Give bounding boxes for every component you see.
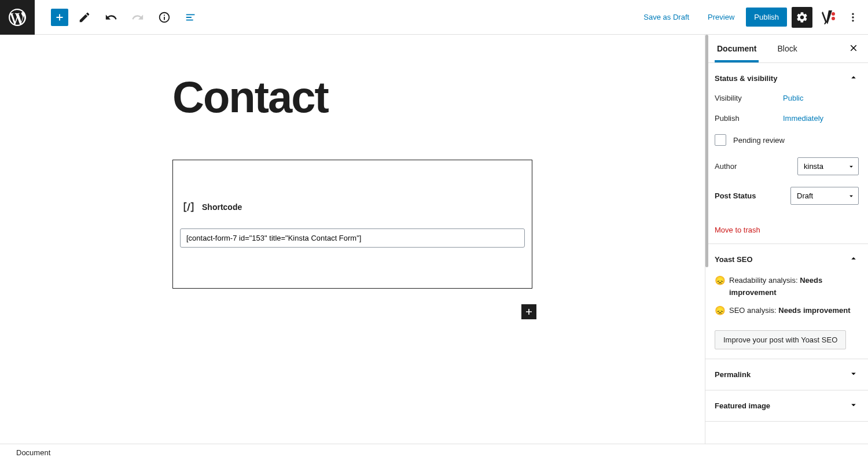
yoast-button[interactable]	[817, 7, 838, 28]
outline-icon	[185, 11, 197, 24]
sidebar-tabs: Document Block	[705, 35, 868, 62]
svg-point-4	[852, 20, 854, 21]
publish-value[interactable]: Immediately	[783, 114, 823, 123]
panel-status-visibility: Status & visibility Visibility Public Pu…	[705, 62, 868, 244]
outline-button[interactable]	[181, 7, 201, 28]
readability-analysis: Readability analysis: Needs improvement	[729, 275, 859, 299]
undo-button[interactable]	[101, 7, 122, 28]
add-block-after-button[interactable]	[521, 304, 536, 319]
chevron-down-icon	[848, 400, 859, 412]
settings-sidebar: Document Block Status & visibility Visib…	[705, 35, 868, 444]
settings-button[interactable]	[792, 7, 812, 28]
breadcrumb[interactable]: Document	[16, 448, 50, 457]
edit-mode-button[interactable]	[74, 7, 95, 28]
editor-canvas[interactable]: Contact Shortcode	[0, 35, 705, 444]
wordpress-logo-button[interactable]	[0, 0, 35, 35]
author-label: Author	[715, 162, 783, 171]
panel-status-header[interactable]: Status & visibility	[705, 63, 868, 94]
panel-featured-header[interactable]: Featured image	[705, 390, 868, 421]
info-button[interactable]	[154, 7, 175, 28]
save-draft-button[interactable]: Save as Draft	[637, 8, 696, 26]
publish-button[interactable]: Publish	[746, 8, 787, 27]
shortcode-input[interactable]	[180, 228, 525, 248]
move-to-trash-button[interactable]: Move to trash	[715, 226, 760, 234]
close-icon	[848, 43, 859, 53]
pending-review-checkbox[interactable]	[715, 134, 726, 146]
tab-block[interactable]: Block	[775, 35, 799, 62]
wordpress-logo-icon	[7, 7, 28, 28]
panel-yoast-header[interactable]: Yoast SEO	[705, 244, 868, 275]
undo-icon	[105, 11, 117, 24]
sad-face-icon: 😞	[715, 306, 726, 315]
visibility-label: Visibility	[715, 94, 783, 102]
visibility-value[interactable]: Public	[783, 94, 803, 102]
panel-permalink-header[interactable]: Permalink	[705, 359, 868, 390]
svg-point-2	[852, 13, 854, 14]
shortcode-block[interactable]: Shortcode	[172, 160, 532, 289]
pending-review-label: Pending review	[733, 136, 785, 145]
close-sidebar-button[interactable]	[848, 43, 859, 55]
gear-icon	[796, 11, 808, 24]
sidebar-scrollbar[interactable]	[705, 35, 708, 267]
block-label: Shortcode	[202, 202, 242, 212]
editor-topbar: Save as Draft Preview Publish	[0, 0, 868, 35]
post-status-label: Post Status	[715, 191, 783, 200]
preview-button[interactable]: Preview	[701, 8, 741, 26]
svg-point-0	[832, 12, 835, 16]
editor-footer: Document	[0, 444, 868, 461]
author-select[interactable]: kinsta	[797, 157, 859, 175]
info-icon	[158, 11, 171, 24]
toolbar-left	[35, 7, 201, 28]
sad-face-icon: 😞	[715, 276, 726, 285]
svg-point-3	[852, 16, 854, 18]
toolbar-right: Save as Draft Preview Publish	[637, 7, 868, 28]
panel-permalink: Permalink	[705, 359, 868, 390]
post-status-select[interactable]: Draft	[790, 187, 859, 205]
panel-yoast-seo: Yoast SEO 😞 Readability analysis: Needs …	[705, 244, 868, 359]
yoast-improve-button[interactable]: Improve your post with Yoast SEO	[715, 330, 846, 349]
svg-point-1	[832, 17, 835, 20]
seo-analysis: SEO analysis: Needs improvement	[729, 305, 851, 317]
panel-featured-image: Featured image	[705, 390, 868, 422]
more-options-button[interactable]	[843, 7, 863, 28]
shortcode-icon	[182, 201, 195, 213]
chevron-down-icon	[848, 368, 859, 381]
add-block-button[interactable]	[51, 9, 68, 26]
chevron-up-icon	[848, 253, 859, 265]
yoast-icon	[819, 9, 836, 25]
publish-label: Publish	[715, 114, 783, 123]
redo-icon	[131, 11, 144, 24]
plus-icon	[523, 306, 535, 318]
more-vertical-icon	[847, 12, 859, 23]
redo-button[interactable]	[127, 7, 148, 28]
tab-document[interactable]: Document	[715, 35, 759, 62]
plus-icon	[53, 11, 66, 24]
chevron-up-icon	[848, 72, 859, 84]
page-title[interactable]: Contact	[172, 75, 532, 119]
pencil-icon	[78, 11, 91, 24]
